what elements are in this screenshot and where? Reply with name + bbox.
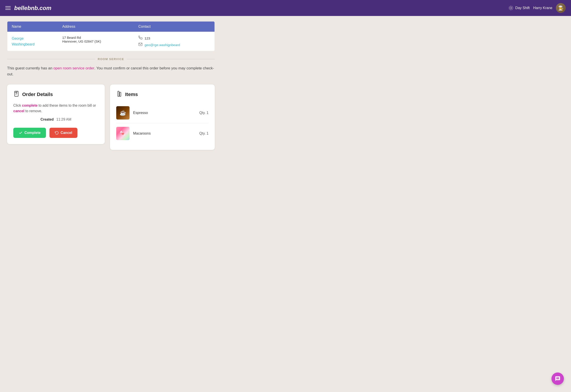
svg-line-7 xyxy=(509,9,509,10)
cancel-button[interactable]: Cancel xyxy=(49,128,77,138)
order-description: Click complete to add these items to the… xyxy=(13,103,99,114)
svg-line-3 xyxy=(509,6,509,6)
phone-row: 123 xyxy=(138,36,210,41)
svg-point-0 xyxy=(510,7,512,9)
room-service-notice: This guest currently has an open room se… xyxy=(7,65,215,77)
guest-phone: 123 xyxy=(145,36,150,40)
sun-icon xyxy=(508,5,514,11)
divider-right xyxy=(127,59,215,59)
avatar[interactable]: 👨‍🍳 xyxy=(556,3,566,13)
chat-icon xyxy=(555,376,561,382)
section-divider: ROOM SERVICE xyxy=(7,57,215,61)
chat-fab-button[interactable] xyxy=(552,373,564,385)
guest-name[interactable]: George Washingbeard xyxy=(12,36,54,47)
item-name-espresso: Espresso xyxy=(133,111,196,115)
hamburger-menu-button[interactable] xyxy=(5,6,11,10)
main-content: Name Address Contact George Washingbeard… xyxy=(0,16,222,155)
col-contact: Contact xyxy=(134,22,215,32)
col-name: Name xyxy=(7,22,58,32)
items-icon xyxy=(116,91,122,98)
macaroons-thumbnail: 🍬 xyxy=(116,127,129,140)
item-qty-macaroons: Qty. 1 xyxy=(200,131,209,136)
shift-selector[interactable]: Day Shift xyxy=(508,5,530,11)
cancel-inline-link: cancel xyxy=(13,109,24,113)
created-time: 11:29 AM xyxy=(56,117,71,122)
card-actions: Complete Cancel xyxy=(13,128,99,138)
svg-line-4 xyxy=(512,9,513,10)
order-card-title: Order Details xyxy=(22,92,53,97)
header-left: bellebnb.com xyxy=(5,5,51,12)
items-card-header: Items xyxy=(116,91,209,98)
created-row: Created 11:29 AM xyxy=(13,117,99,122)
item-qty-espresso: Qty. 1 xyxy=(200,111,209,115)
guest-info-table: Name Address Contact George Washingbeard… xyxy=(7,21,215,51)
open-order-link[interactable]: open room service order xyxy=(54,66,94,70)
order-card-header: Order Details xyxy=(13,91,99,98)
espresso-thumbnail: ☕ xyxy=(116,106,129,120)
mail-icon xyxy=(138,43,143,47)
divider-left xyxy=(7,59,95,59)
svg-line-8 xyxy=(512,6,513,6)
cards-row: Order Details Click complete to add thes… xyxy=(7,84,215,150)
items-card: Items ☕ Espresso Qty. 1 🍬 Macaroons Qty.… xyxy=(110,84,215,150)
created-label: Created xyxy=(40,117,54,122)
list-item: ☕ Espresso Qty. 1 xyxy=(116,103,209,123)
svg-rect-15 xyxy=(120,92,121,97)
svg-rect-10 xyxy=(15,91,18,96)
guest-address: 17 Beard Rd Hannover, UG 02847 (SK) xyxy=(58,32,134,51)
shift-label: Day Shift xyxy=(515,6,530,10)
phone-icon xyxy=(138,36,143,41)
email-row: geo@rge.washignbeard xyxy=(138,43,210,47)
guest-row: George Washingbeard 17 Beard Rd Hannover… xyxy=(7,32,215,51)
items-card-title: Items xyxy=(125,92,138,97)
brand-logo: bellebnb.com xyxy=(14,5,51,12)
svg-rect-14 xyxy=(118,91,119,96)
header-right: Day Shift Harry Krane 👨‍🍳 xyxy=(508,3,566,13)
complete-button[interactable]: Complete xyxy=(13,128,46,138)
list-item: 🍬 Macaroons Qty. 1 xyxy=(116,123,209,144)
guest-contact: 123 geo@rge.washignbeard xyxy=(134,32,215,51)
order-details-card: Order Details Click complete to add thes… xyxy=(7,84,105,144)
item-name-macaroons: Macaroons xyxy=(133,131,196,136)
complete-inline-link: complete xyxy=(22,104,38,107)
avatar-image: 👨‍🍳 xyxy=(556,3,566,13)
items-list: ☕ Espresso Qty. 1 🍬 Macaroons Qty. 1 xyxy=(116,103,209,144)
contact-details: 123 geo@rge.washignbeard xyxy=(138,36,210,47)
section-label: ROOM SERVICE xyxy=(98,57,124,61)
guest-email[interactable]: geo@rge.washignbeard xyxy=(145,43,180,47)
user-name: Harry Krane xyxy=(533,6,552,10)
complete-check-icon xyxy=(19,131,23,135)
header: bellebnb.com Day Shift Harry Krane 👨‍🍳 xyxy=(0,0,571,16)
order-details-icon xyxy=(13,91,19,98)
col-address: Address xyxy=(58,22,134,32)
cancel-recycle-icon xyxy=(55,131,59,135)
